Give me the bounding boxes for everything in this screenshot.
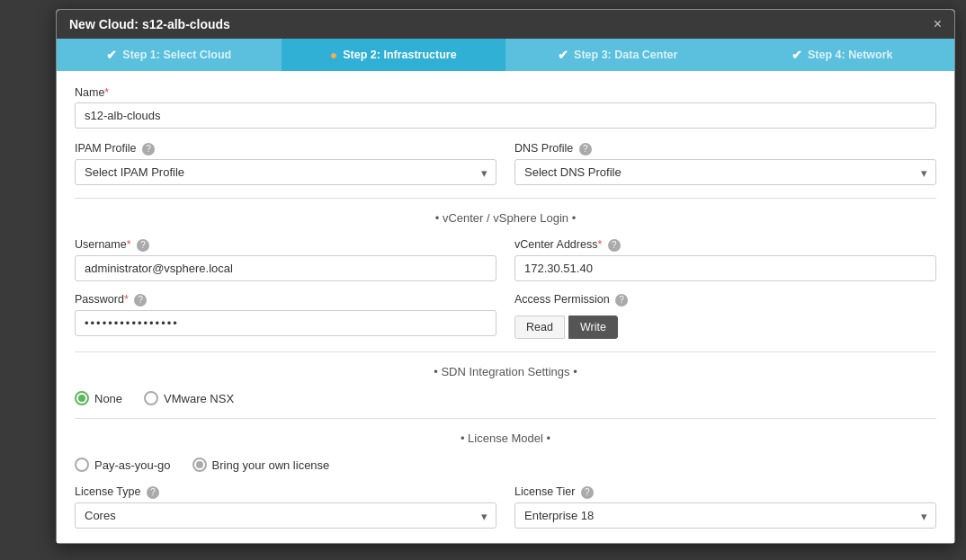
access-permission-label: Access Permission ? xyxy=(514,293,628,307)
license-type-help-icon[interactable]: ? xyxy=(147,486,159,499)
step2-pending-icon: ● xyxy=(330,48,337,62)
pay-radio[interactable]: Pay-as-you-go xyxy=(75,458,171,472)
password-access-row: Password* ? Access Permission ? Read Wri… xyxy=(75,292,936,339)
license-tier-select[interactable]: Enterprise 18 xyxy=(514,502,936,529)
step4-label: Step 4: Network xyxy=(808,49,892,61)
access-permission-group: Access Permission ? Read Write xyxy=(514,292,936,339)
vmware-nsx-radio[interactable]: VMware NSX xyxy=(144,391,234,405)
sdn-section-title: SDN Integration Settings xyxy=(75,365,936,378)
username-input[interactable] xyxy=(75,255,496,281)
password-required: * xyxy=(124,293,129,306)
password-help-icon[interactable]: ? xyxy=(134,294,147,307)
divider-2 xyxy=(75,351,936,352)
modal-dialog: New Cloud: s12-alb-clouds × ✔ Step 1: Se… xyxy=(56,9,955,544)
license-tier-group: License Tier ? Enterprise 18 ▾ xyxy=(514,484,936,529)
vmware-nsx-radio-circle xyxy=(144,391,158,405)
write-button[interactable]: Write xyxy=(568,316,618,339)
name-label: Name* xyxy=(75,86,109,99)
ipam-select-wrapper: Select IPAM Profile ▾ xyxy=(75,159,496,185)
license-row: License Type ? Cores ▾ License Tier ? xyxy=(75,484,936,529)
none-radio-dot xyxy=(78,395,85,402)
license-type-label: License Type ? xyxy=(75,485,159,499)
step-1[interactable]: ✔ Step 1: Select Cloud xyxy=(57,39,282,71)
step-4[interactable]: ✔ Step 4: Network xyxy=(730,39,955,71)
vmware-nsx-label: VMware NSX xyxy=(164,392,234,405)
modal-title: New Cloud: s12-alb-clouds xyxy=(69,17,230,31)
dns-select[interactable]: Select DNS Profile xyxy=(514,159,936,185)
access-help-icon[interactable]: ? xyxy=(615,294,628,307)
step-2[interactable]: ● Step 2: Infrastructure xyxy=(282,39,506,71)
step-3[interactable]: ✔ Step 3: Data Center xyxy=(505,39,730,71)
bring-radio-circle xyxy=(192,458,207,472)
dns-select-wrapper: Select DNS Profile ▾ xyxy=(514,159,936,185)
ipam-help-icon[interactable]: ? xyxy=(142,143,155,156)
ipam-label: IPAM Profile ? xyxy=(75,142,155,156)
vcenter-required: * xyxy=(597,238,602,251)
read-button[interactable]: Read xyxy=(514,316,565,339)
vcenter-section-title: vCenter / vSphere Login xyxy=(75,211,936,225)
username-vcenter-row: Username* ? vCenter Address* ? xyxy=(75,237,936,281)
none-radio-label: None xyxy=(94,392,122,405)
vcenter-address-label: vCenter Address* ? xyxy=(514,238,621,252)
password-group: Password* ? xyxy=(75,292,496,339)
pay-radio-circle xyxy=(75,458,89,472)
pay-radio-label: Pay-as-you-go xyxy=(94,458,171,472)
username-group: Username* ? xyxy=(75,237,496,281)
step4-check-icon: ✔ xyxy=(792,48,802,62)
dns-label: DNS Profile ? xyxy=(514,142,592,156)
password-input[interactable] xyxy=(75,310,496,336)
steps-bar: ✔ Step 1: Select Cloud ● Step 2: Infrast… xyxy=(57,39,954,71)
step1-check-icon: ✔ xyxy=(106,48,117,62)
license-tier-select-wrapper: Enterprise 18 ▾ xyxy=(514,502,936,529)
step1-label: Step 1: Select Cloud xyxy=(122,49,231,61)
modal-header: New Cloud: s12-alb-clouds × xyxy=(57,10,954,39)
none-radio-circle xyxy=(75,391,89,405)
vcenter-address-group: vCenter Address* ? xyxy=(514,237,936,281)
vcenter-address-input[interactable] xyxy=(514,255,936,281)
bring-radio-dot xyxy=(196,461,203,468)
password-label: Password* ? xyxy=(75,293,147,307)
bring-radio[interactable]: Bring your own license xyxy=(192,458,330,472)
license-type-select[interactable]: Cores xyxy=(75,502,496,529)
bring-radio-label: Bring your own license xyxy=(212,458,330,472)
divider-3 xyxy=(75,418,936,419)
ipam-group: IPAM Profile ? Select IPAM Profile ▾ xyxy=(75,141,496,185)
name-input[interactable] xyxy=(75,102,936,129)
none-radio[interactable]: None xyxy=(75,391,122,405)
close-button[interactable]: × xyxy=(934,17,942,31)
step3-check-icon: ✔ xyxy=(558,48,568,62)
sdn-radio-group: None VMware NSX xyxy=(75,391,936,405)
username-label: Username* ? xyxy=(75,238,149,252)
license-tier-label: License Tier ? xyxy=(514,485,594,499)
dns-group: DNS Profile ? Select DNS Profile ▾ xyxy=(514,141,936,185)
step3-label: Step 3: Data Center xyxy=(574,49,677,61)
name-required: * xyxy=(104,86,109,99)
license-type-group: License Type ? Cores ▾ xyxy=(75,484,496,529)
license-tier-help-icon[interactable]: ? xyxy=(581,486,594,499)
license-type-select-wrapper: Cores ▾ xyxy=(75,502,496,529)
modal-body: Name* IPAM Profile ? Select IPAM Profile… xyxy=(57,71,954,543)
username-required: * xyxy=(127,238,131,251)
access-permission-buttons: Read Write xyxy=(514,316,936,339)
dns-help-icon[interactable]: ? xyxy=(579,143,592,156)
license-radio-group: Pay-as-you-go Bring your own license xyxy=(75,458,936,472)
name-group: Name* xyxy=(75,85,936,129)
ipam-select[interactable]: Select IPAM Profile xyxy=(75,159,496,185)
step2-label: Step 2: Infrastructure xyxy=(343,49,456,61)
divider-1 xyxy=(75,198,936,199)
vcenter-help-icon[interactable]: ? xyxy=(608,239,621,252)
username-help-icon[interactable]: ? xyxy=(137,239,149,252)
ipam-dns-row: IPAM Profile ? Select IPAM Profile ▾ DNS… xyxy=(75,141,936,185)
license-section-title: License Model xyxy=(75,431,936,445)
